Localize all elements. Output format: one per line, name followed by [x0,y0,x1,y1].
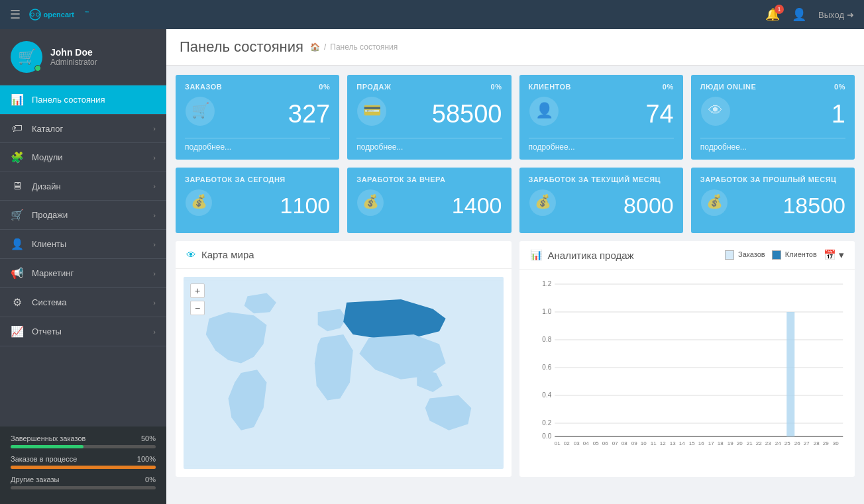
chevron-right-icon: › [153,182,156,190]
orders-footer[interactable]: подробнее... [185,138,330,152]
map-zoom-out-button[interactable]: − [190,301,205,315]
money-icon: 💰 [700,189,728,223]
map-widget: 👁 Карта мира + − [176,241,512,477]
menu-toggle-icon[interactable]: ☰ [10,7,21,22]
svg-text:05: 05 [592,440,598,446]
sales-value: 58500 [432,100,502,128]
analytics-title: Аналитика продаж [548,250,634,261]
svg-text:11: 11 [650,440,656,446]
sidebar-item-reports[interactable]: 📈 Отчеты › [0,317,166,346]
stat-card-clients: КЛИЕНТОВ 0% 👤 74 подробнее... [519,75,683,160]
sidebar-item-label: Модули [32,152,63,162]
svg-text:23: 23 [765,440,771,446]
svg-text:29: 29 [822,440,828,446]
svg-text:0.2: 0.2 [542,419,551,427]
svg-text:14: 14 [678,440,684,446]
logout-button[interactable]: Выход ➜ [818,10,854,20]
lastmonth-label: ЗАРАБОТОК ЗА ПРОШЛЫЙ МЕСЯЦ [700,176,837,183]
lastmonth-value: 18500 [783,193,845,219]
svg-text:07: 07 [612,440,618,446]
page-header: Панель состояния 🏠 / Панель состояния [166,29,864,66]
user-settings-icon[interactable]: 👤 [792,7,806,22]
reports-icon: 📈 [11,325,24,338]
sidebar-item-label: Каталог [32,124,63,134]
topnav-right: 🔔 1 👤 Выход ➜ [765,7,854,22]
avatar: 🛒 [11,41,42,73]
svg-text:💰: 💰 [362,193,379,209]
chart-legend: Заказов Клиентов [725,250,817,260]
sidebar-item-label: Маркетинг [32,268,74,278]
logo[interactable]: opencart ™ [28,7,95,23]
calendar-icon[interactable]: 📅 ▾ [824,249,844,261]
sidebar-user-info: John Doe Administrator [50,47,97,67]
svg-text:👁: 👁 [708,102,723,119]
sidebar-item-label: Отчеты [32,327,62,336]
chevron-right-icon: › [153,240,156,248]
clients-percent: 0% [663,83,674,91]
svg-text:04: 04 [582,440,588,446]
online-footer[interactable]: подробнее... [700,138,845,152]
svg-text:💰: 💰 [706,193,722,209]
svg-point-0 [30,9,40,20]
stat-bar-fill [11,445,83,448]
svg-text:1.2: 1.2 [542,280,551,287]
stat-label: Другие заказы 0% [11,476,156,483]
logout-icon: ➜ [847,10,854,20]
svg-text:13: 13 [669,440,675,446]
clients-footer[interactable]: подробнее... [529,138,674,152]
sales-icon: 🛒 [11,209,24,221]
clients-icon: 👤 [11,238,24,250]
sidebar-item-dashboard[interactable]: 📊 Панель состояния [0,85,166,115]
sidebar-profile: 🛒 John Doe Administrator [0,29,166,85]
svg-text:18: 18 [717,440,723,446]
sidebar-item-sales[interactable]: 🛒 Продажи › [0,201,166,230]
sidebar-item-marketing[interactable]: 📢 Маркетинг › [0,259,166,288]
svg-point-2 [36,13,40,17]
legend-clients: Клиентов [772,250,817,260]
sidebar-item-catalog[interactable]: 🏷 Каталог › [0,115,166,143]
sidebar-item-design[interactable]: 🖥 Дизайн › [0,172,166,201]
map-zoom-in-button[interactable]: + [190,283,205,298]
analytics-widget-body: 1.2 1.0 0.8 0.6 0.4 0.2 0.0 [519,270,855,458]
sidebar-user-name: John Doe [50,47,97,58]
page-title: Панель состояния [180,38,303,56]
modules-icon: 🧩 [11,151,24,164]
chart-svg: 1.2 1.0 0.8 0.6 0.4 0.2 0.0 [527,277,847,450]
svg-text:19: 19 [727,440,733,446]
stat-completed: Завершенных заказов 50% [11,434,156,448]
home-icon[interactable]: 🏠 [310,42,320,52]
map-widget-header: 👁 Карта мира [176,241,512,269]
month-label: ЗАРАБОТОК ЗА ТЕКУЩИЙ МЕСЯЦ [529,176,661,183]
design-icon: 🖥 [11,180,24,192]
marketing-icon: 📢 [11,267,24,279]
online-value: 1 [832,100,845,128]
sidebar-item-modules[interactable]: 🧩 Модули › [0,143,166,172]
svg-text:💰: 💰 [191,193,207,209]
breadcrumb: 🏠 / Панель состояния [310,42,398,52]
sidebar-item-clients[interactable]: 👤 Клиенты › [0,230,166,259]
chevron-right-icon: › [153,154,156,162]
chevron-right-icon: › [153,270,156,277]
chevron-right-icon: › [153,211,156,219]
today-value: 1100 [280,193,331,219]
online-label: ЛЮДИ ONLINE [700,83,757,91]
sales-label: ПРОДАЖ [356,83,391,91]
sidebar-item-system[interactable]: ⚙ Система › [0,288,166,317]
svg-text:0.6: 0.6 [542,364,551,371]
svg-text:12: 12 [659,440,665,446]
analytics-widget: 📊 Аналитика продаж Заказов Клиентов [519,241,855,477]
svg-text:26: 26 [794,440,800,446]
svg-text:1.0: 1.0 [542,308,551,315]
svg-text:21: 21 [746,440,752,446]
svg-text:30: 30 [832,440,838,446]
stat-bar [11,466,156,469]
sales-footer[interactable]: подробнее... [356,138,502,152]
cart-icon: 🛒 [185,96,215,132]
map-title: Карта мира [201,249,254,260]
analytics-bar [786,312,794,436]
chevron-right-icon: › [153,299,156,307]
eye-icon: 👁 [700,96,731,132]
svg-text:🛒: 🛒 [191,101,210,119]
sidebar-item-label: Система [32,297,66,307]
notifications-bell[interactable]: 🔔 1 [765,7,780,22]
